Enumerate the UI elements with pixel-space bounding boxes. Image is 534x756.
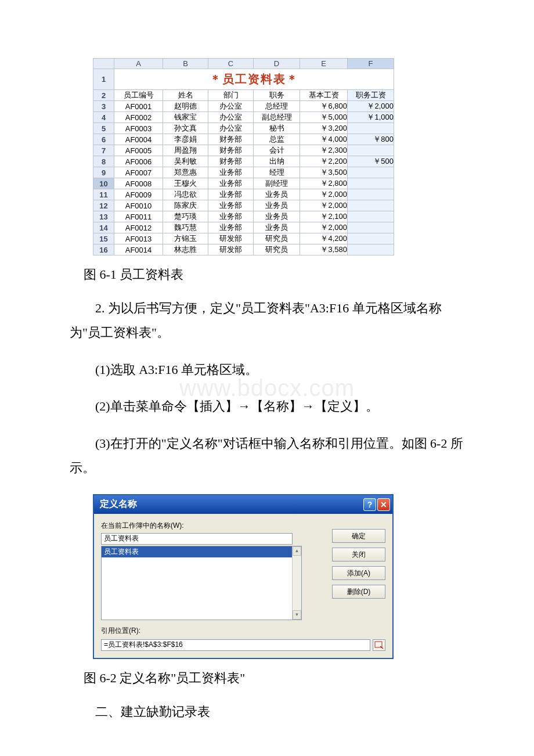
cell-base[interactable]: ￥3,580 xyxy=(300,244,348,255)
cell-name[interactable]: 林志胜 xyxy=(163,244,208,255)
header-cell[interactable]: 职务工资 xyxy=(348,90,394,101)
cell-dept[interactable]: 研发部 xyxy=(208,244,254,255)
scroll-up-icon[interactable]: ▲ xyxy=(293,546,301,556)
header-cell[interactable]: 姓名 xyxy=(163,90,208,101)
cell-duty[interactable] xyxy=(348,200,394,211)
col-header-d[interactable]: D xyxy=(254,59,300,69)
ok-button[interactable]: 确定 xyxy=(332,529,385,543)
cell-title[interactable]: 业务员 xyxy=(254,189,300,200)
cell-id[interactable]: AF0006 xyxy=(114,156,163,167)
row-header[interactable]: 6 xyxy=(93,134,114,145)
cell-base[interactable]: ￥3,500 xyxy=(300,167,348,178)
cell-id[interactable]: AF0007 xyxy=(114,167,163,178)
cell-base[interactable]: ￥3,200 xyxy=(300,123,348,134)
row-header[interactable]: 3 xyxy=(93,101,114,112)
cell-dept[interactable]: 业务部 xyxy=(208,222,254,233)
select-all-corner[interactable] xyxy=(93,59,114,69)
cell-id[interactable]: AF0012 xyxy=(114,222,163,233)
cell-id[interactable]: AF0014 xyxy=(114,244,163,255)
row-header[interactable]: 11 xyxy=(93,189,114,200)
col-header-e[interactable]: E xyxy=(300,59,348,69)
col-header-b[interactable]: B xyxy=(163,59,208,69)
cell-id[interactable]: AF0005 xyxy=(114,145,163,156)
col-header-c[interactable]: C xyxy=(208,59,254,69)
cell-base[interactable]: ￥4,000 xyxy=(300,134,348,145)
cell-title[interactable]: 副经理 xyxy=(254,178,300,189)
name-input[interactable] xyxy=(101,533,293,545)
cell-dept[interactable]: 业务部 xyxy=(208,200,254,211)
cell-dept[interactable]: 财务部 xyxy=(208,134,254,145)
cell-dept[interactable]: 办公室 xyxy=(208,123,254,134)
delete-button[interactable]: 删除(D) xyxy=(332,585,385,599)
cell-title[interactable]: 经理 xyxy=(254,167,300,178)
cell-name[interactable]: 孙文真 xyxy=(163,123,208,134)
row-header[interactable]: 9 xyxy=(93,167,114,178)
cell-dept[interactable]: 业务部 xyxy=(208,178,254,189)
header-cell[interactable]: 职务 xyxy=(254,90,300,101)
cell-title[interactable]: 业务员 xyxy=(254,200,300,211)
list-item[interactable]: 员工资料表 xyxy=(102,546,292,557)
names-listbox[interactable]: 员工资料表 ▲ ▼ xyxy=(101,546,302,620)
cell-base[interactable]: ￥5,000 xyxy=(300,112,348,123)
help-icon[interactable]: ? xyxy=(363,498,376,511)
row-header[interactable]: 4 xyxy=(93,112,114,123)
row-header[interactable]: 15 xyxy=(93,233,114,244)
cell-duty[interactable] xyxy=(348,189,394,200)
cell-name[interactable]: 郑意惠 xyxy=(163,167,208,178)
cell-name[interactable]: 钱家宝 xyxy=(163,112,208,123)
cell-dept[interactable]: 财务部 xyxy=(208,156,254,167)
cell-id[interactable]: AF0008 xyxy=(114,178,163,189)
row-header[interactable]: 1 xyxy=(93,69,114,90)
cell-id[interactable]: AF0010 xyxy=(114,200,163,211)
cell-dept[interactable]: 办公室 xyxy=(208,112,254,123)
cell-dept[interactable]: 业务部 xyxy=(208,211,254,222)
cell-title[interactable]: 总经理 xyxy=(254,101,300,112)
cell-title[interactable]: 副总经理 xyxy=(254,112,300,123)
cell-duty[interactable] xyxy=(348,233,394,244)
cell-name[interactable]: 吴利敏 xyxy=(163,156,208,167)
dialog-titlebar[interactable]: 定义名称 ? ✕ xyxy=(94,495,392,514)
cell-id[interactable]: AF0013 xyxy=(114,233,163,244)
cell-duty[interactable]: ￥1,000 xyxy=(348,112,394,123)
cell-duty[interactable]: ￥2,000 xyxy=(348,101,394,112)
cell-title[interactable]: 研究员 xyxy=(254,244,300,255)
row-header[interactable]: 10 xyxy=(93,178,114,189)
row-header[interactable]: 16 xyxy=(93,244,114,255)
cell-duty[interactable] xyxy=(348,211,394,222)
row-header[interactable]: 8 xyxy=(93,156,114,167)
header-cell[interactable]: 部门 xyxy=(208,90,254,101)
cell-title[interactable]: 业务员 xyxy=(254,211,300,222)
cell-dept[interactable]: 财务部 xyxy=(208,145,254,156)
cell-name[interactable]: 魏巧慧 xyxy=(163,222,208,233)
cell-name[interactable]: 方锦玉 xyxy=(163,233,208,244)
row-header[interactable]: 2 xyxy=(93,90,114,101)
cell-dept[interactable]: 业务部 xyxy=(208,167,254,178)
cell-duty[interactable]: ￥800 xyxy=(348,134,394,145)
cell-base[interactable]: ￥2,300 xyxy=(300,145,348,156)
cell-dept[interactable]: 办公室 xyxy=(208,101,254,112)
cell-duty[interactable] xyxy=(348,167,394,178)
cell-base[interactable]: ￥2,000 xyxy=(300,189,348,200)
cell-base[interactable]: ￥2,100 xyxy=(300,211,348,222)
cell-name[interactable]: 李彦娟 xyxy=(163,134,208,145)
cell-base[interactable]: ￥2,800 xyxy=(300,178,348,189)
header-cell[interactable]: 基本工资 xyxy=(300,90,348,101)
sheet-title[interactable]: ＊员工资料表＊ xyxy=(114,69,394,90)
cell-title[interactable]: 会计 xyxy=(254,145,300,156)
cell-duty[interactable] xyxy=(348,178,394,189)
col-header-f[interactable]: F xyxy=(348,59,394,69)
cell-duty[interactable] xyxy=(348,222,394,233)
cell-duty[interactable] xyxy=(348,244,394,255)
cell-base[interactable]: ￥2,200 xyxy=(300,156,348,167)
add-button[interactable]: 添加(A) xyxy=(332,566,385,580)
cell-base[interactable]: ￥2,000 xyxy=(300,222,348,233)
reference-input[interactable] xyxy=(101,639,370,651)
row-header[interactable]: 5 xyxy=(93,123,114,134)
cell-dept[interactable]: 业务部 xyxy=(208,189,254,200)
scroll-down-icon[interactable]: ▼ xyxy=(293,610,301,620)
cell-base[interactable]: ￥2,000 xyxy=(300,200,348,211)
cell-id[interactable]: AF0011 xyxy=(114,211,163,222)
row-header[interactable]: 13 xyxy=(93,211,114,222)
header-cell[interactable]: 员工编号 xyxy=(114,90,163,101)
cell-duty[interactable]: ￥500 xyxy=(348,156,394,167)
